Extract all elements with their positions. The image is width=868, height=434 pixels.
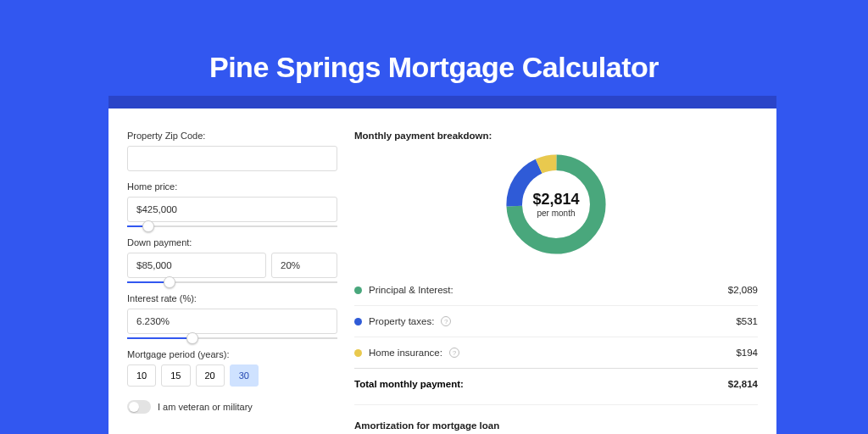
legend-row: Property taxes:?$531 [354, 305, 758, 337]
info-icon[interactable]: ? [441, 316, 451, 326]
legend-row: Principal & Interest:$2,089 [354, 275, 758, 305]
input-panel: Property Zip Code: Home price: Down paym… [127, 131, 337, 415]
veteran-toggle[interactable] [127, 400, 151, 414]
legend-label: Home insurance: [369, 348, 442, 358]
interest-label: Interest rate (%): [127, 293, 337, 303]
veteran-row: I am veteran or military [127, 400, 337, 414]
total-label: Total monthly payment: [354, 379, 464, 389]
donut-value: $2,814 [532, 191, 579, 209]
down-payment-label: Down payment: [127, 237, 337, 248]
group-home-price: Home price: [127, 181, 337, 227]
period-button-15[interactable]: 15 [161, 364, 190, 387]
period-button-20[interactable]: 20 [196, 364, 225, 387]
card-shadow [108, 96, 776, 108]
group-zip: Property Zip Code: [127, 131, 337, 171]
donut-sub: per month [537, 209, 575, 218]
total-value: $2,814 [728, 379, 758, 389]
slider-thumb[interactable] [186, 332, 198, 344]
legend-label: Property taxes: [369, 316, 434, 326]
amortization-title: Amortization for mortgage loan [354, 420, 758, 431]
slider-thumb[interactable] [142, 220, 154, 232]
zip-input[interactable] [127, 146, 337, 171]
period-button-30[interactable]: 30 [230, 364, 259, 387]
down-payment-pct-input[interactable] [271, 253, 337, 278]
donut-center: $2,814 per month [501, 149, 611, 259]
page-title: Pine Springs Mortgage Calculator [0, 0, 868, 84]
home-price-label: Home price: [127, 181, 337, 192]
legend-dot [354, 287, 362, 294]
breakdown-panel: Monthly payment breakdown: $2,814 per mo… [354, 131, 758, 415]
legend-value: $531 [736, 316, 758, 326]
slider-thumb[interactable] [164, 276, 175, 288]
amortization-section: Amortization for mortgage loan Amortizat… [354, 404, 758, 434]
info-icon[interactable]: ? [449, 348, 459, 358]
legend-row: Home insurance:?$194 [354, 337, 758, 368]
veteran-label: I am veteran or military [158, 402, 253, 412]
home-price-slider[interactable] [127, 225, 337, 227]
interest-slider[interactable] [127, 337, 337, 339]
period-label: Mortgage period (years): [127, 349, 337, 359]
legend-dot [354, 349, 362, 357]
group-interest: Interest rate (%): [127, 293, 337, 339]
legend-value: $2,089 [728, 285, 758, 295]
zip-label: Property Zip Code: [127, 131, 337, 141]
legend-dot [354, 318, 362, 326]
down-payment-slider[interactable] [127, 281, 337, 283]
calculator-card: Property Zip Code: Home price: Down paym… [108, 108, 776, 434]
donut-chart: $2,814 per month [501, 149, 611, 259]
down-payment-input[interactable] [127, 253, 266, 278]
period-button-10[interactable]: 10 [127, 364, 156, 387]
group-down-payment: Down payment: [127, 237, 337, 283]
legend-total-row: Total monthly payment: $2,814 [354, 368, 758, 399]
legend-value: $194 [736, 348, 758, 358]
breakdown-title: Monthly payment breakdown: [354, 131, 758, 141]
interest-input[interactable] [127, 309, 337, 334]
home-price-input[interactable] [127, 197, 337, 222]
group-period: Mortgage period (years): 10152030 [127, 349, 337, 387]
legend-label: Principal & Interest: [369, 285, 453, 295]
